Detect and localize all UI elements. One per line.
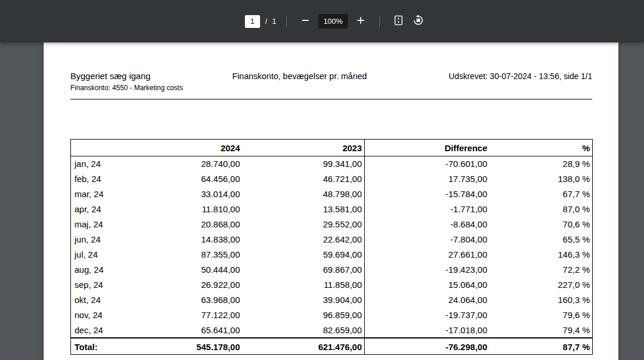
value-cell: 63.968,00 [129,293,243,308]
value-cell: 69.867,00 [243,262,365,277]
table-row: mar, 2433.014,0048.798,00-15.784,0067,7 … [71,187,593,202]
column-header-month [71,140,129,156]
value-cell: 46.721,00 [243,172,365,187]
page-total: 1 [272,17,277,26]
toolbar-separator [379,16,380,27]
value-cell: 138,0 % [490,172,593,187]
value-cell: -19.423,00 [365,262,490,277]
table-row: jan, 2428.740,0099.341,00-70.601,0028,9 … [71,156,593,172]
value-cell: -70.601,00 [365,156,490,172]
value-cell: 227,0 % [490,277,593,293]
value-cell: 65,5 % [490,232,593,247]
month-cell: aug, 24 [71,262,129,277]
month-cell: jul, 24 [71,247,129,262]
month-cell: sep, 24 [71,277,129,293]
value-cell: -17.018,00 [365,323,490,338]
value-cell: 11.858,00 [243,277,365,293]
value-cell: 77.122,00 [129,308,243,323]
value-cell: 48.798,00 [243,187,365,202]
value-cell: -15.784,00 [365,187,490,202]
value-cell: 20.868,00 [129,217,243,232]
printed-info: Udskrevet: 30-07-2024 - 13:56, side 1/1 [449,71,592,82]
value-cell: 67,7 % [490,187,593,202]
value-cell: -7.804,00 [365,232,490,247]
zoom-in-button[interactable] [351,12,371,31]
table-body: jan, 2428.740,0099.341,00-70.601,0028,9 … [71,156,593,338]
column-header-2023: 2023 [243,140,365,156]
rotate-counterclockwise-icon [412,15,424,28]
value-cell: 39.904,00 [243,293,365,308]
month-cell: mar, 24 [71,187,129,202]
month-cell: apr, 24 [71,202,129,217]
report-title: Finanskonto, bevægelser pr. måned [232,71,367,82]
value-cell: 79,6 % [490,308,593,323]
total-2023: 621.476,00 [243,338,365,355]
value-cell: 70,6 % [490,217,593,232]
toolbar-separator [286,16,287,27]
fit-page-button[interactable] [389,12,408,31]
total-label: Total: [71,338,129,355]
company-name: Byggeriet sæg igang [70,70,151,81]
pdf-toolbar: / 1 100% [0,0,644,42]
month-cell: maj, 24 [71,217,129,232]
value-cell: 64.456,00 [129,172,243,187]
value-cell: 26.922,00 [129,277,243,293]
page-number-input[interactable] [245,15,260,28]
zoom-out-button[interactable] [296,12,315,31]
table-row: maj, 2420.868,0029.552,00-8.684,0070,6 % [71,217,593,232]
value-cell: -8.684,00 [365,217,490,232]
document-scroll-area[interactable]: Byggeriet sæg igang Finanskonto, bevægel… [0,42,644,360]
value-cell: 28,9 % [490,156,593,172]
table-row: sep, 2426.922,0011.858,0015.064,00227,0 … [71,277,593,293]
table-total-row: Total: 545.178,00 621.476,00 -76.298,00 … [71,338,593,355]
value-cell: 29.552,00 [243,217,365,232]
plus-icon [355,15,367,28]
month-cell: feb, 24 [71,172,129,187]
value-cell: -19.737,00 [365,308,490,323]
value-cell: 87.355,00 [129,247,243,262]
column-header-difference: Difference [365,140,490,156]
pdf-page: Byggeriet sæg igang Finanskonto, bevægel… [44,42,618,360]
total-percent: 87,7 % [490,338,593,355]
report-table: 2024 2023 Difference % jan, 2428.740,009… [70,139,593,355]
value-cell: 82.659,00 [243,323,365,338]
value-cell: 24.064,00 [365,293,490,308]
value-cell: 28.740,00 [129,156,243,172]
toolbar-controls: / 1 100% [245,12,428,31]
minus-icon [300,15,311,28]
total-difference: -76.298,00 [365,338,490,355]
table-row: okt, 2463.968,0039.904,0024.064,00160,3 … [71,293,593,308]
table-row: nov, 2477.122,0096.859,00-19.737,0079,6 … [71,308,593,323]
fit-to-page-icon [393,15,404,28]
value-cell: 17.735,00 [365,172,490,187]
report-header: Byggeriet sæg igang Finanskonto, bevægel… [70,70,592,82]
table-row: jul, 2487.355,0059.694,0027.661,00146,3 … [71,247,593,262]
column-header-2024: 2024 [129,140,243,156]
value-cell: 65.641,00 [129,323,243,338]
value-cell: 87,0 % [490,202,593,217]
value-cell: 50.444,00 [129,262,243,277]
header-divider [70,99,592,99]
value-cell: 27.661,00 [365,247,490,262]
pdf-viewer: / 1 100% [0,0,644,360]
value-cell: 14.838,00 [129,232,243,247]
column-header-percent: % [490,140,593,156]
table-row: apr, 2411.810,0013.581,00-1.771,0087,0 % [71,202,593,217]
table-header-row: 2024 2023 Difference % [71,140,593,156]
table-row: jun, 2414.838,0022.642,00-7.804,0065,5 % [71,232,593,247]
month-cell: okt, 24 [71,293,129,308]
month-cell: jan, 24 [71,156,129,172]
value-cell: 79,4 % [490,323,593,338]
month-cell: jun, 24 [71,232,129,247]
table-row: feb, 2464.456,0046.721,0017.735,00138,0 … [71,172,593,187]
value-cell: 13.581,00 [243,202,365,217]
value-cell: 146,3 % [490,247,593,262]
page-divider: / [265,17,269,26]
value-cell: -1.771,00 [365,202,490,217]
value-cell: 15.064,00 [365,277,490,293]
value-cell: 99.341,00 [243,156,365,172]
table-row: aug, 2450.444,0069.867,00-19.423,0072,2 … [71,262,593,277]
zoom-level[interactable]: 100% [318,14,348,28]
rotate-button[interactable] [408,12,428,31]
value-cell: 11.810,00 [129,202,243,217]
